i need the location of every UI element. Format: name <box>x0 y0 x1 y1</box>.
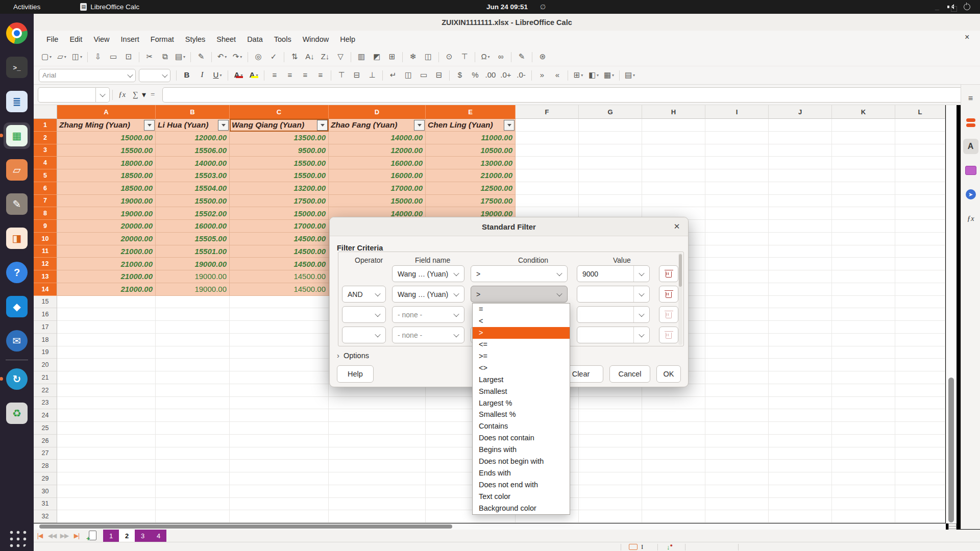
cell-C29[interactable] <box>230 472 329 485</box>
condition-option[interactable]: Does not begin with <box>473 456 570 467</box>
cell-J32[interactable] <box>769 510 832 523</box>
cell-H1[interactable] <box>642 119 705 132</box>
column-header-G[interactable]: G <box>579 105 642 119</box>
cell-I10[interactable] <box>705 233 769 245</box>
column-header-H[interactable]: H <box>642 105 705 119</box>
cell-I12[interactable] <box>705 258 769 270</box>
operator-combo-3[interactable] <box>342 306 386 323</box>
border-style-icon[interactable]: ▦▾ <box>601 69 617 82</box>
cell-A7[interactable]: 19000.00 <box>57 195 156 208</box>
cell-H29[interactable] <box>642 472 705 485</box>
row-header-13[interactable]: 13 <box>34 270 57 283</box>
cell-J17[interactable] <box>769 321 832 334</box>
cell-E2[interactable]: 11000.00 <box>426 132 516 144</box>
condition-option[interactable]: Text color <box>473 490 570 502</box>
maximize-button[interactable] <box>949 4 959 13</box>
cell-K9[interactable] <box>832 220 895 233</box>
print-preview-icon[interactable]: ⊡ <box>121 51 136 64</box>
cell-A4[interactable]: 18000.00 <box>57 157 156 169</box>
cell-B9[interactable]: 16000.00 <box>156 220 230 233</box>
insert-chart-icon[interactable]: ◩ <box>369 51 384 64</box>
condition-option[interactable]: < <box>473 315 570 327</box>
font-color-icon[interactable]: A▾ <box>231 69 246 82</box>
cell-L31[interactable] <box>895 498 945 511</box>
row-header-1[interactable]: 1 <box>34 119 57 132</box>
value-combo-2[interactable] <box>577 286 650 303</box>
dock-trash[interactable]: ♻ <box>4 400 30 427</box>
dock-libreoffice-calc[interactable]: ▦ <box>4 122 30 149</box>
cell-I28[interactable] <box>705 460 769 472</box>
cell-A22[interactable] <box>57 384 156 397</box>
cell-A11[interactable]: 21000.00 <box>57 245 156 258</box>
cell-B5[interactable]: 15503.00 <box>156 169 230 182</box>
cell-B24[interactable] <box>156 409 230 422</box>
cell-L13[interactable] <box>895 270 945 283</box>
freeze-panes-icon[interactable]: ❄ <box>405 51 421 64</box>
cell-L9[interactable] <box>895 220 945 233</box>
cell-B13[interactable]: 19000.00 <box>156 270 230 283</box>
cell-K25[interactable] <box>832 422 895 435</box>
cell-H3[interactable] <box>642 144 705 157</box>
merge-cells-icon[interactable]: ▭ <box>416 69 431 82</box>
cell-C4[interactable]: 15500.00 <box>230 157 329 169</box>
cell-L29[interactable] <box>895 472 945 485</box>
cell-C18[interactable] <box>230 334 329 346</box>
row-header-10[interactable]: 10 <box>34 233 57 245</box>
cell-I15[interactable] <box>705 296 769 309</box>
dialog-title-bar[interactable]: Standard Filter <box>330 217 688 236</box>
cell-K17[interactable] <box>832 321 895 334</box>
condition-option[interactable]: Does not contain <box>473 432 570 444</box>
cell-A27[interactable] <box>57 447 156 460</box>
cell-I11[interactable] <box>705 245 769 258</box>
cell-D1[interactable]: Zhao Fang (Yuan) <box>329 119 426 132</box>
cell-D23[interactable] <box>329 397 426 410</box>
cell-A20[interactable] <box>57 359 156 371</box>
minimize-button[interactable]: – <box>933 4 942 13</box>
cell-J12[interactable] <box>769 258 832 270</box>
cell-C31[interactable] <box>230 498 329 511</box>
undo-icon[interactable]: ↶▾ <box>214 51 230 64</box>
row-header-6[interactable]: 6 <box>34 182 57 195</box>
sort-descending-icon[interactable]: Z↓ <box>317 51 333 64</box>
cell-L6[interactable] <box>895 182 945 195</box>
column-header-L[interactable]: L <box>895 105 945 119</box>
dialog-close-icon[interactable]: ✕ <box>672 221 682 232</box>
sidebar-navigator-icon[interactable]: ➤ <box>963 187 978 202</box>
cell-C13[interactable]: 14500.00 <box>230 270 329 283</box>
cell-B21[interactable] <box>156 371 230 384</box>
insert-comment-icon[interactable]: ⊙ <box>442 51 457 64</box>
cell-J3[interactable] <box>769 144 832 157</box>
operator-combo-4[interactable] <box>342 327 386 343</box>
cell-C16[interactable] <box>230 308 329 321</box>
cell-H27[interactable] <box>642 447 705 460</box>
cell-A29[interactable] <box>57 472 156 485</box>
export-pdf-icon[interactable]: ⇩ <box>90 51 106 64</box>
cell-F4[interactable] <box>516 157 579 169</box>
cell-D28[interactable] <box>329 460 426 472</box>
activities-button[interactable]: Activities <box>13 3 40 11</box>
cell-B3[interactable]: 15506.00 <box>156 144 230 157</box>
cell-J20[interactable] <box>769 359 832 371</box>
save-icon[interactable]: ◫▾ <box>69 51 85 64</box>
cell-K28[interactable] <box>832 460 895 472</box>
add-sheet-button[interactable]: + <box>86 530 99 541</box>
copy-icon[interactable]: ⧉ <box>157 51 173 64</box>
cell-H30[interactable] <box>642 485 705 498</box>
condition-option[interactable]: Begins with <box>473 444 570 456</box>
cell-J24[interactable] <box>769 409 832 422</box>
row-header-5[interactable]: 5 <box>34 169 57 182</box>
cell-B4[interactable]: 14000.00 <box>156 157 230 169</box>
menu-format[interactable]: Format <box>145 33 180 45</box>
cell-K13[interactable] <box>832 270 895 283</box>
cell-I24[interactable] <box>705 409 769 422</box>
cell-J8[interactable] <box>769 207 832 220</box>
cell-B2[interactable]: 12000.00 <box>156 132 230 144</box>
cell-K26[interactable] <box>832 435 895 447</box>
cell-L26[interactable] <box>895 435 945 447</box>
dock-help[interactable]: ? <box>4 259 30 286</box>
row-header-25[interactable]: 25 <box>34 422 57 435</box>
sidebar-sidebar-settings-icon[interactable]: ≡ <box>963 91 978 106</box>
column-header-E[interactable]: E <box>426 105 516 119</box>
field-name-combo-4[interactable]: - none - <box>392 327 464 343</box>
menu-help[interactable]: Help <box>334 33 361 45</box>
